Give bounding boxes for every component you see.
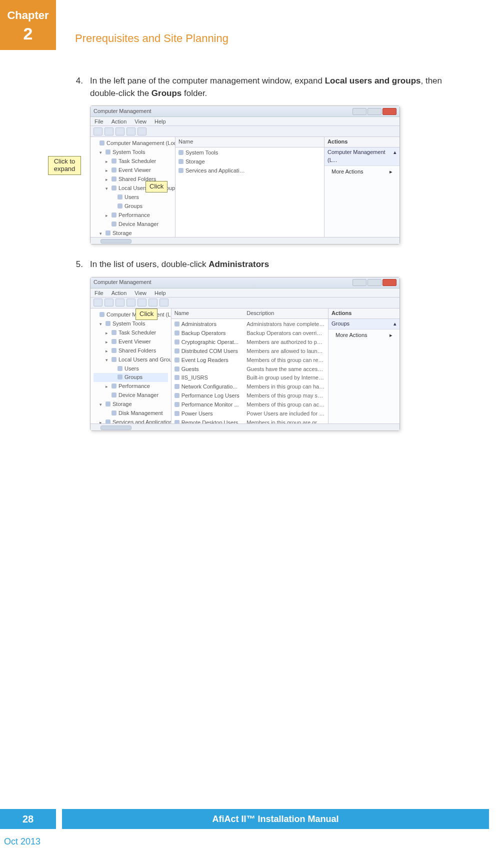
screenshot-computer-management-1: Computer Management File Action View Hel… [90,106,400,244]
list-item[interactable]: Backup OperatorsBackup Operators can ove… [172,329,328,338]
step-num: 4. [70,75,83,100]
refresh-icon[interactable] [138,298,146,306]
step-4: 4. In the left pane of the computer mana… [70,75,450,100]
properties-icon[interactable] [116,128,124,136]
close-button[interactable] [382,108,396,115]
chapter-number: 2 [0,24,56,44]
tree-item[interactable]: ▸Event Viewer [94,338,168,346]
content-list[interactable]: Name System ToolsStorageServices and App… [176,137,324,237]
forward-icon[interactable] [104,128,114,136]
actions-pane: Actions Computer Management (L...▴ More … [324,137,400,237]
manual-title: AfiAct II™ Installation Manual [62,809,489,829]
minimize-button[interactable] [352,279,366,286]
tree-item[interactable]: Groups [94,373,168,382]
menu-file[interactable]: File [94,290,104,296]
toolbar [90,298,400,308]
tree-item[interactable]: Users [94,364,168,374]
list-item[interactable]: AdministratorsAdministrators have comple… [172,320,328,329]
tree-item[interactable]: ▸Event Viewer [94,166,172,175]
page-number: 28 [0,809,56,829]
list-item[interactable]: Performance Monitor ...Members of this g… [172,400,328,410]
callout-click: Click [146,181,168,192]
screenshot-computer-management-2: Computer Management File Action View Hel… [90,277,400,431]
tree-item[interactable]: ▾System Tools [94,320,168,328]
list-item[interactable]: GuestsGuests have the same access as m..… [172,365,328,374]
list-item[interactable]: Event Log ReadersMembers of this group c… [172,356,328,365]
txt-bold: Administrators [208,260,269,269]
list-item[interactable]: Storage [176,158,324,166]
page-content: 4. In the left pane of the computer mana… [70,75,450,445]
tree-item[interactable]: Groups [94,202,172,211]
tree-item[interactable]: ▸Performance [94,382,168,391]
list-item[interactable]: System Tools [176,148,324,158]
list-item[interactable]: Services and Applications [176,166,324,176]
content-list[interactable]: Name Description AdministratorsAdministr… [172,308,328,424]
forward-icon[interactable] [104,298,114,306]
actions-context[interactable]: Groups▴ [328,319,400,330]
list-item[interactable]: Network Configuratio...Members in this g… [172,382,328,392]
tree-item[interactable]: ▸Services and Applications [94,418,168,424]
menu-action[interactable]: Action [112,118,127,124]
tree-item[interactable]: ▾Storage [94,400,168,409]
tree-item[interactable]: ▾System Tools [94,148,172,157]
scrollbar[interactable] [90,237,400,244]
tree-item[interactable]: Computer Management (Local [94,139,172,148]
step-5: 5. In the list of users, double-click Ad… [70,258,450,271]
menu-action[interactable]: Action [112,290,127,296]
help-icon[interactable] [138,128,146,136]
menu-view[interactable]: View [134,118,146,124]
maximize-button[interactable] [368,279,382,286]
scrollbar[interactable] [90,424,400,430]
list-item[interactable]: Remote Desktop UsersMembers in this grou… [172,418,328,424]
menu-file[interactable]: File [94,118,104,124]
footer-bar: 28 AfiAct II™ Installation Manual [0,809,504,829]
txt: In the left pane of the computer managem… [90,76,325,86]
menubar: File Action View Help [90,117,400,126]
more-actions[interactable]: More Actions▸ [324,166,400,178]
properties-icon[interactable] [126,298,136,306]
tree-item[interactable]: ▸Performance [94,211,172,220]
col-name: Name [178,138,247,146]
back-icon[interactable] [94,128,102,136]
tree-item[interactable]: Disk Management [94,409,168,418]
chapter-label: Chapter [7,9,48,22]
txt: folder. [182,88,207,98]
refresh-icon[interactable] [126,128,136,136]
list-item[interactable]: Performance Log UsersMembers of this gro… [172,392,328,400]
window-controls [352,279,396,286]
txt-bold: Local users and groups [325,76,421,86]
txt-bold: Groups [152,88,182,98]
tree-item[interactable]: ▸Task Scheduler [94,328,168,338]
list-item[interactable]: Power UsersPower Users are included for … [172,410,328,418]
menu-help[interactable]: Help [154,118,166,124]
menubar: File Action View Help [90,288,400,298]
toolbar [90,126,400,137]
minimize-button[interactable] [352,108,366,115]
chevron-right-icon: ▸ [390,332,392,340]
nav-tree[interactable]: Computer Management (Local▾System Tools▸… [90,308,172,424]
maximize-button[interactable] [368,108,382,115]
list-item[interactable]: Cryptographic Operat...Members are autho… [172,338,328,347]
tree-item[interactable]: Device Manager [94,220,172,229]
menu-view[interactable]: View [134,290,146,296]
tree-item[interactable]: ▸Task Scheduler [94,157,172,166]
back-icon[interactable] [94,298,102,306]
window-titlebar: Computer Management [90,106,400,117]
help-icon[interactable] [160,298,168,306]
tree-item[interactable]: Users [94,193,172,202]
col-name: Name [174,310,247,318]
tree-item[interactable]: ▾Local Users and Groups [94,356,168,364]
close-button[interactable] [382,279,396,286]
callout-click-administrators: Click [136,308,158,320]
tree-item[interactable]: ▸Shared Folders [94,346,168,356]
tree-item[interactable]: Device Manager [94,391,168,400]
menu-help[interactable]: Help [154,290,166,296]
delete-icon[interactable] [116,298,124,306]
more-actions[interactable]: More Actions▸ [328,330,400,342]
actions-context[interactable]: Computer Management (L...▴ [324,148,400,166]
window-title: Computer Management [94,278,152,286]
list-item[interactable]: Distributed COM UsersMembers are allowed… [172,347,328,356]
export-icon[interactable] [148,298,158,306]
tree-item[interactable]: ▾Storage [94,229,172,238]
list-item[interactable]: IIS_IUSRSBuilt-in group used by Internet… [172,374,328,382]
